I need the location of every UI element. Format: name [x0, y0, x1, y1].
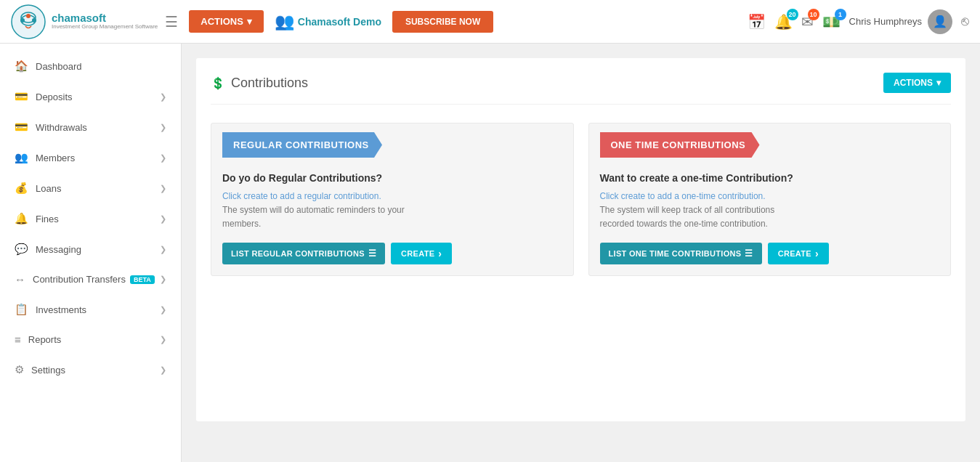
sidebar-label-loans: Loans	[36, 183, 61, 194]
regular-contributions-card: REGULAR CONTRIBUTIONS Do yo do Regular C…	[211, 123, 574, 276]
wallet-button[interactable]: 💵 1	[822, 13, 841, 31]
sidebar-item-messaging[interactable]: 💬 Messaging ❯	[0, 234, 181, 264]
chevron-icon: ❯	[160, 245, 166, 254]
svg-point-5	[32, 18, 36, 23]
main-card: 💲 Contributions ACTIONS ▾ REGULAR CONTRI…	[196, 58, 965, 421]
onetime-desc-line3: recorded towards the one-time contributi…	[600, 219, 768, 229]
regular-card-actions: LIST REGULAR CONTRIBUTIONS CREATE	[222, 243, 562, 264]
onetime-card-title: Want to create a one-time Contribution?	[600, 172, 940, 184]
chevron-icon: ❯	[160, 305, 166, 315]
onetime-card-body: Want to create a one-time Contribution? …	[589, 158, 951, 275]
chevron-icon: ❯	[160, 92, 166, 102]
notifications-button[interactable]: 🔔 20	[774, 13, 793, 31]
members-icon: 👥	[15, 151, 28, 164]
main-layout: 🏠 Dashboard 💳 Deposits ❯ 💳 Withdrawals ❯…	[0, 44, 980, 462]
sidebar-item-members[interactable]: 👥 Members ❯	[0, 142, 181, 173]
logo-area: chamasoft Investment Group Management So…	[11, 4, 158, 39]
list-icon	[745, 248, 753, 259]
svg-point-0	[12, 5, 45, 38]
chevron-icon: ❯	[160, 214, 166, 224]
sidebar-item-settings[interactable]: ⚙ Settings ❯	[0, 354, 181, 385]
onetime-desc-line2: The system will keep track of all contri…	[600, 205, 775, 215]
topnav-right: 📅 🔔 20 ✉ 10 💵 1 Chris Humphreys 👤 ⎋	[748, 9, 969, 34]
group-name-link[interactable]: Chamasoft Demo	[298, 16, 381, 28]
sidebar-label-withdrawals: Withdrawals	[36, 122, 87, 133]
calendar-icon: 📅	[748, 13, 766, 31]
chevron-icon: ❯	[160, 365, 166, 375]
reports-icon: ≡	[15, 333, 21, 346]
beta-badge: BETA	[130, 275, 155, 284]
user-name: Chris Humphreys	[849, 16, 922, 27]
group-icon: 👥	[275, 12, 294, 31]
page-actions-button[interactable]: ACTIONS ▾	[883, 73, 951, 93]
subscribe-button[interactable]: SUBSCRIBE NOW	[392, 11, 493, 33]
loans-icon: 💰	[15, 182, 28, 195]
settings-icon: ⚙	[15, 363, 24, 376]
chevron-icon: ❯	[160, 335, 166, 344]
list-icon	[368, 248, 376, 259]
chevron-icon: ❯	[160, 153, 166, 163]
contributions-icon: 💲	[211, 76, 225, 90]
page-header: 💲 Contributions ACTIONS ▾	[211, 73, 951, 105]
sidebar-label-reports: Reports	[28, 334, 62, 345]
sidebar-label-messaging: Messaging	[36, 244, 81, 255]
regular-card-header: REGULAR CONTRIBUTIONS	[222, 132, 382, 158]
deposits-icon: 💳	[15, 90, 28, 103]
logo-text: chamasoft Investment Group Management So…	[52, 12, 158, 31]
avatar: 👤	[928, 9, 952, 34]
logout-icon[interactable]: ⎋	[961, 14, 969, 29]
messages-badge: 10	[808, 9, 819, 20]
chevron-icon: ❯	[160, 275, 166, 284]
messaging-icon: 💬	[15, 243, 28, 256]
sidebar-item-dashboard[interactable]: 🏠 Dashboard	[0, 51, 181, 81]
sidebar-item-loans[interactable]: 💰 Loans ❯	[0, 173, 181, 203]
regular-card-body: Do yo do Regular Contributions? Click cr…	[211, 158, 573, 275]
onetime-card-header: ONE TIME CONTRIBUTIONS	[600, 132, 760, 158]
chevron-right-icon	[438, 248, 442, 259]
sidebar-item-fines[interactable]: 🔔 Fines ❯	[0, 203, 181, 234]
regular-card-title: Do yo do Regular Contributions?	[222, 172, 562, 184]
actions-dropdown-button[interactable]: ACTIONS ▾	[189, 10, 264, 33]
sidebar-label-fines: Fines	[36, 214, 59, 224]
sidebar-item-deposits[interactable]: 💳 Deposits ❯	[0, 81, 181, 112]
sidebar-item-withdrawals[interactable]: 💳 Withdrawals ❯	[0, 112, 181, 142]
sidebar-label-dashboard: Dashboard	[36, 61, 82, 72]
sidebar-label-settings: Settings	[31, 365, 65, 376]
home-icon: 🏠	[15, 60, 28, 73]
regular-card-desc: Click create to add a regular contributi…	[222, 190, 562, 232]
sidebar-label-deposits: Deposits	[36, 92, 73, 102]
regular-desc-line2: The system will do automatic reminders t…	[222, 205, 405, 215]
list-regular-button[interactable]: LIST REGULAR CONTRIBUTIONS	[222, 243, 385, 264]
withdrawals-icon: 💳	[15, 121, 28, 134]
sidebar-item-reports[interactable]: ≡ Reports ❯	[0, 325, 181, 354]
calendar-icon-button[interactable]: 📅	[748, 13, 766, 31]
sidebar-item-contribution-transfers[interactable]: ↔ Contribution Transfers BETA ❯	[0, 264, 181, 294]
main-content: 💲 Contributions ACTIONS ▾ REGULAR CONTRI…	[182, 44, 980, 462]
svg-point-3	[26, 14, 31, 18]
fines-icon: 🔔	[15, 212, 28, 225]
cards-row: REGULAR CONTRIBUTIONS Do yo do Regular C…	[211, 123, 951, 276]
notifications-badge: 20	[787, 9, 798, 20]
topnav: chamasoft Investment Group Management So…	[0, 0, 980, 44]
chevron-icon: ❯	[160, 123, 166, 132]
onetime-card-actions: LIST ONE TIME CONTRIBUTIONS CREATE	[600, 243, 940, 264]
logo-icon	[11, 4, 46, 39]
create-regular-button[interactable]: CREATE	[391, 243, 452, 264]
sidebar-label-transfers: Contribution Transfers	[33, 274, 126, 285]
user-menu[interactable]: Chris Humphreys 👤	[849, 9, 952, 34]
investments-icon: 📋	[15, 303, 28, 316]
list-onetime-button[interactable]: LIST ONE TIME CONTRIBUTIONS	[600, 243, 762, 264]
sidebar-label-investments: Investments	[36, 304, 86, 315]
sidebar-label-members: Members	[36, 153, 75, 163]
onetime-card-desc: Click create to add a one-time contribut…	[600, 190, 940, 232]
create-onetime-button[interactable]: CREATE	[768, 243, 829, 264]
regular-desc-line3: members.	[222, 219, 261, 229]
wallet-badge: 1	[835, 9, 846, 20]
chevron-right-icon	[815, 248, 819, 259]
transfers-icon: ↔	[15, 273, 25, 285]
hamburger-button[interactable]: ☰	[165, 13, 178, 31]
messages-button[interactable]: ✉ 10	[801, 13, 814, 31]
page-title-text: Contributions	[231, 76, 308, 91]
sidebar-item-investments[interactable]: 📋 Investments ❯	[0, 294, 181, 325]
chevron-icon: ❯	[160, 184, 166, 193]
